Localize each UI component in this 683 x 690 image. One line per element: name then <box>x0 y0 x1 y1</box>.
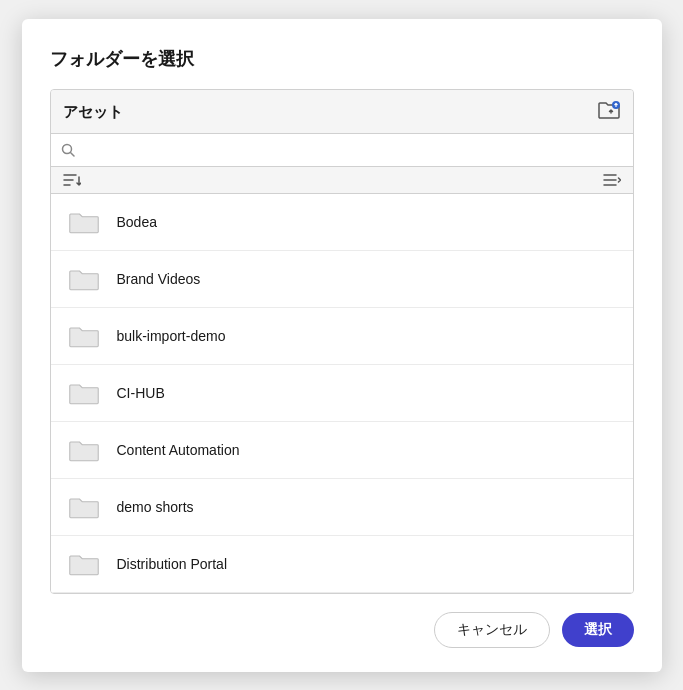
select-button[interactable]: 選択 <box>562 613 634 647</box>
sort-button[interactable] <box>63 173 81 187</box>
search-input[interactable] <box>81 142 623 158</box>
list-item[interactable]: Content Automation <box>51 422 633 479</box>
folder-icon <box>67 436 101 464</box>
folder-name: Content Automation <box>117 442 240 458</box>
folder-icon <box>67 265 101 293</box>
folder-list: Bodea Brand Videos bulk-import-demo CI-H… <box>51 194 633 593</box>
list-item[interactable]: Bodea <box>51 194 633 251</box>
folder-name: CI-HUB <box>117 385 165 401</box>
folder-name: demo shorts <box>117 499 194 515</box>
view-toggle-button[interactable] <box>603 173 621 187</box>
folder-upload-icon[interactable] <box>597 100 621 125</box>
folder-name: Bodea <box>117 214 157 230</box>
folder-select-dialog: フォルダーを選択 アセット <box>22 19 662 672</box>
list-item[interactable]: demo shorts <box>51 479 633 536</box>
toolbar <box>51 167 633 194</box>
folder-icon <box>67 550 101 578</box>
list-item[interactable]: bulk-import-demo <box>51 308 633 365</box>
search-bar <box>51 134 633 167</box>
panel-title: アセット <box>63 103 123 122</box>
svg-line-2 <box>70 152 74 156</box>
dialog-title: フォルダーを選択 <box>50 47 634 71</box>
folder-icon <box>67 208 101 236</box>
list-item[interactable]: Distribution Portal <box>51 536 633 593</box>
folder-icon <box>67 322 101 350</box>
dialog-footer: キャンセル 選択 <box>50 612 634 648</box>
folder-name: Brand Videos <box>117 271 201 287</box>
list-item[interactable]: Brand Videos <box>51 251 633 308</box>
cancel-button[interactable]: キャンセル <box>434 612 550 648</box>
folder-name: Distribution Portal <box>117 556 228 572</box>
folder-icon <box>67 493 101 521</box>
folder-icon <box>67 379 101 407</box>
search-icon <box>61 143 75 157</box>
folder-panel: アセット <box>50 89 634 594</box>
list-item[interactable]: CI-HUB <box>51 365 633 422</box>
panel-header: アセット <box>51 90 633 134</box>
folder-name: bulk-import-demo <box>117 328 226 344</box>
